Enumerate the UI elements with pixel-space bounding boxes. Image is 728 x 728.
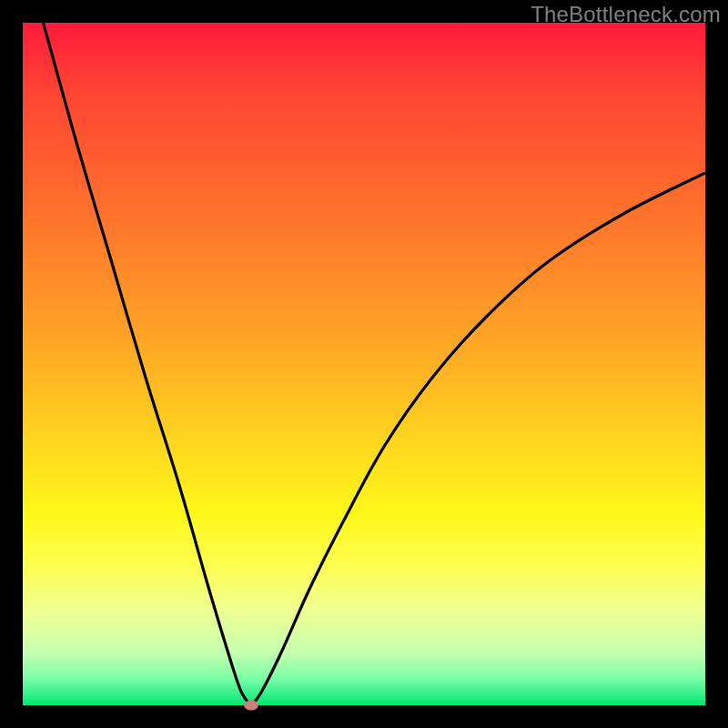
bottleneck-curve bbox=[23, 23, 705, 705]
bottleneck-curve-right-path bbox=[251, 173, 705, 705]
plot-area bbox=[23, 23, 705, 705]
bottleneck-curve-left-path bbox=[44, 23, 252, 705]
optimum-marker bbox=[244, 701, 258, 711]
chart-frame: TheBottleneck.com bbox=[0, 0, 728, 728]
